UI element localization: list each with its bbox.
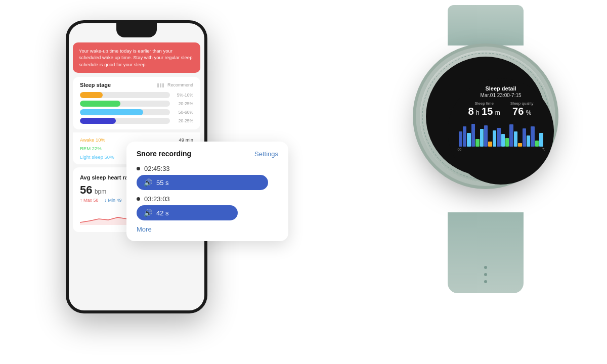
snore-timestamp-2: 03:23:03 <box>144 195 170 203</box>
watch-stats: Sleep time 8 h 15 m Sleep quality 76 % <box>468 101 533 117</box>
bar-fill-4 <box>80 118 116 124</box>
chart-bar <box>484 125 488 147</box>
audio-label-1: 55 s <box>156 179 169 187</box>
bar-track-1 <box>80 92 170 98</box>
sleep-bar-row-2: 20-25% <box>80 101 193 107</box>
snore-time-1: 02:45:33 <box>137 165 278 172</box>
sleep-bar-row-1: 5%-10% <box>80 92 193 98</box>
recommend-icon <box>157 83 164 87</box>
chart-bar <box>501 134 505 147</box>
watch-sleep-time: Sleep time 8 h 15 m <box>468 101 500 117</box>
chart-bar <box>475 139 479 147</box>
sleep-h-unit: h <box>476 109 480 116</box>
chart-bar <box>471 124 475 147</box>
chart-bar <box>514 131 517 147</box>
strap-hole-2 <box>484 273 487 276</box>
stat-label-rem: REM 22% <box>80 146 102 151</box>
min-val: ↓ Min 49 <box>105 198 122 203</box>
phone-notch <box>116 23 157 37</box>
chart-bar <box>523 128 526 147</box>
time-end: 7: <box>542 148 545 151</box>
bar-track-2 <box>80 101 170 107</box>
chart-bar <box>480 129 484 147</box>
sleep-time-label: Sleep time <box>468 101 500 106</box>
watch-body: Sleep detail Mar.01 23:00-7:15 Sleep tim… <box>420 51 551 182</box>
alert-text: Your wake-up time today is earlier than … <box>79 48 194 68</box>
quality-label: Sleep quality <box>510 101 534 106</box>
speaker-icon-1: 🔊 <box>144 178 152 187</box>
chart-bar <box>509 124 513 147</box>
sleep-mins: 15 <box>482 106 493 117</box>
bar-fill-3 <box>80 109 143 115</box>
quality-unit: % <box>526 109 532 116</box>
chart-bar <box>531 126 534 147</box>
chart-bar <box>463 126 466 147</box>
watch-chart <box>457 121 545 147</box>
chart-bar <box>459 131 462 147</box>
watch-title: Sleep detail <box>485 85 516 92</box>
chart-bar <box>527 135 530 147</box>
heart-rate-title: Avg sleep heart rate <box>80 174 133 180</box>
bar-pct-1: 5%-10% <box>173 93 193 98</box>
recommend-label: Recommend <box>157 82 193 87</box>
time-labels: :00 7: <box>457 148 545 151</box>
sleep-m-unit: m <box>495 109 500 116</box>
audio-label-2: 42 s <box>156 209 169 217</box>
chart-bar <box>535 141 539 147</box>
strap-hole-3 <box>484 280 487 283</box>
sleep-hours: 8 <box>468 106 473 117</box>
bar-track-4 <box>80 118 170 124</box>
sleep-stage-title: Sleep stage <box>80 82 111 88</box>
sleep-stage-section: Sleep stage Recommend 5%-10% <box>73 77 200 129</box>
snore-card: Snore recording Settings 02:45:33 🔊 55 s… <box>126 142 288 241</box>
scene: Your wake-up time today is earlier than … <box>25 10 582 354</box>
settings-link[interactable]: Settings <box>254 150 278 158</box>
bar-pct-4: 20-25% <box>173 118 193 123</box>
bpm-unit: bpm <box>95 188 106 195</box>
snore-timestamp-1: 02:45:33 <box>144 165 170 172</box>
more-link[interactable]: More <box>137 225 278 233</box>
sleep-bar-row-3: 50-60% <box>80 109 193 115</box>
watch-screen: Sleep detail Mar.01 23:00-7:15 Sleep tim… <box>448 78 554 185</box>
snore-dot-1 <box>137 167 140 170</box>
bpm-value: 56 <box>80 184 92 196</box>
snore-audio-bar-2[interactable]: 🔊 42 s <box>137 205 238 220</box>
bar-track-3 <box>80 109 170 115</box>
chart-bar <box>467 133 470 147</box>
watch-quality: Sleep quality 76 % <box>510 101 534 117</box>
speaker-icon-2: 🔊 <box>144 209 152 217</box>
quality-value: 76 <box>512 106 524 117</box>
chart-bar <box>518 143 522 147</box>
snore-dot-2 <box>137 197 140 201</box>
stat-label-awake: Awake 10% <box>80 137 105 143</box>
sleep-bar-row-4: 20-25% <box>80 118 193 124</box>
strap-bottom <box>448 212 524 293</box>
time-start: :00 <box>457 148 462 151</box>
chart-bar <box>539 133 543 147</box>
alert-banner: Your wake-up time today is earlier than … <box>73 42 200 73</box>
snore-time-2: 03:23:03 <box>137 195 278 203</box>
section-header: Sleep stage Recommend <box>80 82 193 88</box>
bar-pct-2: 20-25% <box>173 101 193 106</box>
chart-bar <box>488 142 492 147</box>
sleep-time-value-row: 8 h 15 m <box>468 106 500 117</box>
max-val: ↑ Max 58 <box>80 198 99 203</box>
chart-bar <box>493 130 496 147</box>
snore-title: Snore recording <box>137 150 191 158</box>
chart-bar <box>497 128 500 147</box>
chart-bar <box>505 138 509 147</box>
bar-fill-2 <box>80 101 120 107</box>
bar-fill-1 <box>80 92 103 98</box>
strap-top <box>448 5 524 46</box>
snore-entry-1: 02:45:33 🔊 55 s <box>137 165 278 190</box>
smartwatch: Sleep detail Mar.01 23:00-7:15 Sleep tim… <box>405 35 567 228</box>
stat-label-light: Light sleep 50% <box>80 154 114 160</box>
quality-value-row: 76 % <box>510 106 534 117</box>
watch-date: Mar.01 23:00-7:15 <box>480 93 521 98</box>
strap-hole-1 <box>484 266 487 269</box>
snore-header: Snore recording Settings <box>137 150 278 158</box>
snore-entry-2: 03:23:03 🔊 42 s <box>137 195 278 220</box>
snore-audio-bar-1[interactable]: 🔊 55 s <box>137 175 268 190</box>
strap-holes <box>484 266 487 283</box>
bar-pct-3: 50-60% <box>173 110 193 115</box>
